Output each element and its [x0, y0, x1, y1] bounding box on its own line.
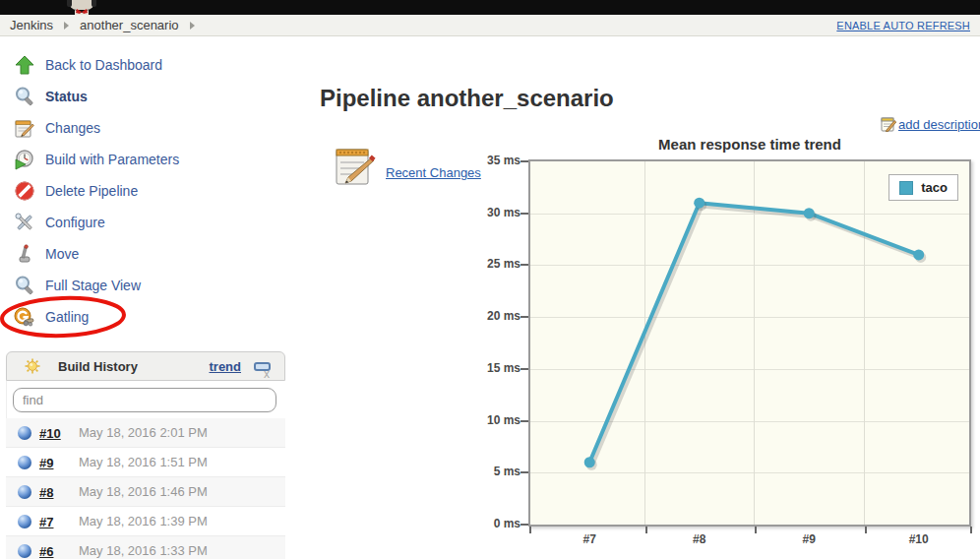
y-axis-tick-label: 30 ms	[475, 206, 521, 219]
gatling-icon	[14, 306, 35, 328]
arrow-up-icon	[14, 54, 35, 76]
sun-icon	[25, 358, 40, 374]
y-axis-tick-mark	[521, 264, 528, 266]
sidebar-item-label: Move	[45, 246, 79, 262]
search-icon	[14, 86, 35, 107]
page-title: Pipeline another_scenario	[320, 85, 614, 112]
blue-ball-icon[interactable]	[18, 426, 31, 440]
x-axis-tick-mark	[865, 527, 867, 533]
x-axis-tick-label: #8	[670, 532, 729, 546]
y-axis-tick-label: 25 ms	[475, 257, 521, 271]
sidebar-item-label: Build with Parameters	[45, 152, 179, 167]
title-bar	[0, 0, 980, 15]
y-axis-tick-label: 0 ms	[475, 517, 521, 530]
data-point[interactable]	[804, 208, 815, 218]
build-history-find-row: x	[6, 381, 285, 418]
y-axis-tick-label: 10 ms	[475, 413, 521, 427]
trend-link[interactable]: trend	[210, 359, 242, 374]
y-axis-tick-label: 20 ms	[475, 309, 521, 323]
build-number-link[interactable]: #7	[39, 515, 53, 529]
sidebar-item-label: Changes	[45, 120, 100, 136]
breadcrumb-separator-icon	[64, 22, 69, 30]
sidebar-item-status[interactable]: Status	[0, 81, 295, 112]
sidebar-task-list: Back to DashboardStatusChangesBuild with…	[0, 49, 295, 333]
sidebar-item-full-stage-view[interactable]: Full Stage View	[0, 270, 295, 301]
clear-find-icon[interactable]: x	[264, 362, 270, 387]
no-entry-icon	[14, 180, 35, 202]
x-axis-tick-label: #7	[560, 532, 619, 546]
sidebar-item-move[interactable]: Move	[0, 238, 295, 270]
y-axis-tick-mark	[521, 524, 528, 526]
data-point[interactable]	[913, 249, 924, 260]
breadcrumb: Jenkins another_scenario ENABLE AUTO REF…	[0, 15, 980, 36]
tools-icon	[14, 212, 35, 233]
edit-description-icon	[881, 116, 896, 132]
build-history-row: #10May 18, 2016 2:01 PM	[6, 418, 285, 448]
add-description[interactable]: add description	[881, 116, 980, 132]
build-history-row: #8May 18, 2016 1:46 PM	[6, 477, 285, 507]
notepad-pencil-icon	[333, 144, 376, 187]
data-point[interactable]	[694, 198, 704, 209]
sidebar-item-changes[interactable]: Changes	[0, 112, 295, 144]
x-axis-tick-label: #9	[779, 532, 838, 546]
breadcrumb-item-job[interactable]: another_scenario	[80, 18, 178, 32]
y-axis-tick-label: 35 ms	[475, 154, 521, 167]
blue-ball-icon[interactable]	[18, 544, 31, 558]
recent-changes-link[interactable]: Recent Changes	[386, 165, 481, 180]
enable-auto-refresh-link[interactable]: ENABLE AUTO REFRESH	[836, 20, 970, 31]
x-axis-tick-label: #10	[889, 532, 949, 546]
y-axis-tick-mark	[521, 213, 528, 215]
y-axis-tick-mark	[521, 420, 528, 422]
build-history-row: #7May 18, 2016 1:39 PM	[6, 507, 285, 536]
blue-ball-icon[interactable]	[18, 485, 31, 499]
sidebar-item-configure[interactable]: Configure	[0, 207, 295, 238]
sidebar-item-label: Back to Dashboard	[45, 57, 162, 73]
add-description-link[interactable]: add description	[898, 117, 980, 132]
build-history-row: #9May 18, 2016 1:51 PM	[6, 448, 285, 477]
y-axis-tick-mark	[521, 160, 528, 162]
y-axis-tick-mark	[521, 471, 528, 473]
sidebar-item-back-to-dashboard[interactable]: Back to Dashboard	[0, 49, 295, 81]
build-date: May 18, 2016 1:51 PM	[79, 455, 226, 469]
build-history-title: Build History	[58, 359, 138, 374]
build-number-link[interactable]: #9	[39, 456, 53, 470]
x-axis-tick-mark	[970, 527, 972, 533]
recent-changes: Recent Changes	[333, 144, 481, 187]
chart-plot-area: taco	[528, 159, 971, 527]
sidebar-item-build-with-parameters[interactable]: Build with Parameters	[0, 144, 295, 175]
build-date: May 18, 2016 1:33 PM	[79, 543, 226, 558]
build-history-header: Build History trend	[6, 351, 285, 381]
build-number-link[interactable]: #8	[39, 485, 53, 500]
x-axis-tick-mark	[645, 527, 647, 533]
jenkins-butler-icon	[51, 0, 110, 15]
y-axis-tick-mark	[521, 316, 528, 318]
notepad-icon	[14, 117, 35, 139]
build-date: May 18, 2016 1:39 PM	[79, 514, 226, 528]
sidebar-item-delete-pipeline[interactable]: Delete Pipeline	[0, 175, 295, 207]
breadcrumb-separator-icon	[190, 22, 195, 30]
y-axis-tick-mark	[521, 368, 528, 370]
blue-ball-icon[interactable]	[18, 456, 31, 469]
build-date: May 18, 2016 1:46 PM	[79, 484, 226, 499]
find-input[interactable]	[13, 388, 276, 412]
line-series-taco	[530, 161, 969, 525]
breadcrumb-item-jenkins[interactable]: Jenkins	[10, 18, 53, 32]
y-axis-tick-label: 5 ms	[475, 465, 521, 478]
data-point[interactable]	[584, 457, 595, 467]
sidebar-item-label: Gatling	[45, 309, 89, 325]
clock-play-icon	[14, 149, 35, 170]
sidebar-item-gatling[interactable]: Gatling	[0, 301, 295, 333]
build-number-link[interactable]: #10	[39, 426, 61, 441]
build-number-link[interactable]: #6	[39, 544, 53, 559]
build-date: May 18, 2016 2:01 PM	[79, 425, 226, 440]
build-history-panel: Build History trend x #10May 18, 2016 2:…	[6, 351, 285, 559]
blue-ball-icon[interactable]	[18, 515, 31, 528]
sidebar-item-label: Delete Pipeline	[45, 183, 138, 199]
sidebar-item-label: Configure	[45, 215, 105, 230]
lever-icon	[14, 243, 35, 265]
build-history-row: #6May 18, 2016 1:33 PM	[6, 536, 285, 559]
sidebar-item-label: Status	[45, 89, 88, 104]
search-icon	[14, 275, 35, 296]
chart-title: Mean response time trend	[528, 136, 971, 153]
y-axis-tick-label: 15 ms	[475, 361, 521, 375]
